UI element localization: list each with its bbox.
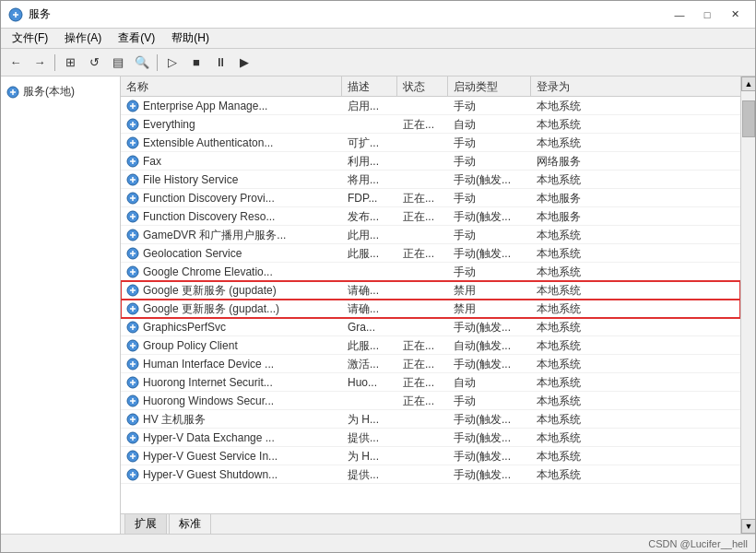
main-window: 服务 — □ ✕ 文件(F) 操作(A) 查看(V) 帮助(H) ← → ⊞ ↺… — [0, 0, 756, 553]
scroll-track[interactable] — [741, 91, 755, 519]
table-row[interactable]: Fax利用...手动网络服务 — [121, 152, 740, 171]
service-desc: 为 H... — [342, 410, 397, 429]
stop-button[interactable]: ■ — [185, 53, 207, 73]
service-status: 正在... — [397, 392, 448, 410]
menu-view[interactable]: 查看(V) — [111, 29, 162, 48]
pause-button[interactable]: ⏸ — [209, 53, 231, 73]
service-startup: 手动(触发... — [448, 318, 531, 336]
table-row[interactable]: Function Discovery Provi...FDP...正在...手动… — [121, 189, 740, 207]
service-desc: 提供... — [342, 465, 397, 484]
table-row[interactable]: HV 主机服务为 H...手动(触发...本地系统 — [121, 410, 740, 429]
service-login: 本地系统 — [531, 263, 605, 281]
table-row[interactable]: Human Interface Device ...激活...正在...手动(触… — [121, 355, 740, 373]
service-name: HV 主机服务 — [143, 412, 206, 428]
service-name: Geolocation Service — [143, 247, 242, 260]
service-icon — [126, 210, 139, 223]
service-name-cell: Huorong Internet Securit... — [121, 373, 342, 392]
service-login: 本地系统 — [531, 281, 605, 300]
service-startup: 禁用 — [448, 300, 531, 318]
service-startup: 手动(触发... — [448, 447, 531, 465]
tab-标准[interactable]: 标准 — [169, 513, 211, 534]
service-name: Hyper-V Guest Service In... — [143, 450, 278, 463]
tab-扩展[interactable]: 扩展 — [124, 513, 167, 534]
service-login: 本地系统 — [531, 97, 605, 115]
service-name-cell: GameDVR 和广播用户服务... — [121, 226, 342, 244]
scroll-down-button[interactable]: ▼ — [741, 519, 755, 534]
service-startup: 手动(触发... — [448, 465, 531, 484]
service-login: 本地系统 — [531, 465, 605, 484]
resume-button[interactable]: ▶ — [233, 53, 255, 73]
service-desc: 可扩... — [342, 134, 397, 152]
forward-button[interactable]: → — [29, 53, 51, 73]
table-row[interactable]: Extensible Authenticaton...可扩...手动本地系统 — [121, 134, 740, 152]
scroll-thumb[interactable] — [742, 100, 755, 137]
table-row[interactable]: File History Service将用...手动(触发...本地系统 — [121, 171, 740, 189]
start-button[interactable]: ▷ — [161, 53, 183, 73]
app-icon — [8, 7, 23, 22]
table-row[interactable]: Google 更新服务 (gupdat...)请确...禁用本地系统 — [121, 300, 740, 318]
service-login: 本地系统 — [531, 318, 605, 336]
service-status: 正在... — [397, 115, 448, 134]
service-desc: 请确... — [342, 300, 397, 318]
table-row[interactable]: Group Policy Client此服...正在...自动(触发...本地系… — [121, 336, 740, 355]
table-row[interactable]: Enterprise App Manage...启用...手动本地系统 — [121, 97, 740, 115]
service-desc: Gra... — [342, 318, 397, 336]
service-name: Google 更新服务 (gupdat...) — [143, 301, 279, 317]
table-row[interactable]: Function Discovery Reso...发布...正在...手动(触… — [121, 207, 740, 226]
service-name-cell: Function Discovery Reso... — [121, 207, 342, 226]
service-startup: 手动 — [448, 226, 531, 244]
table-row[interactable]: Google Chrome Elevatio...手动本地系统 — [121, 263, 740, 281]
service-login: 本地系统 — [531, 447, 605, 465]
menu-file[interactable]: 文件(F) — [5, 29, 55, 48]
service-name-cell: Group Policy Client — [121, 336, 342, 355]
service-login: 本地服务 — [531, 189, 605, 207]
service-icon — [126, 450, 139, 463]
col-header-status[interactable]: 状态 — [397, 76, 448, 97]
back-button[interactable]: ← — [5, 53, 27, 73]
service-status — [397, 318, 448, 336]
service-icon — [126, 229, 139, 241]
service-icon — [126, 413, 139, 426]
service-name-cell: Function Discovery Provi... — [121, 189, 342, 207]
service-name-cell: GraphicsPerfSvc — [121, 318, 342, 336]
sidebar-title[interactable]: 服务(本地) — [5, 80, 116, 103]
service-startup: 禁用 — [448, 281, 531, 300]
menu-help[interactable]: 帮助(H) — [164, 29, 217, 48]
service-desc: 激活... — [342, 355, 397, 373]
col-header-startup[interactable]: 启动类型 — [448, 76, 531, 97]
table-row[interactable]: Huorong Windows Secur...正在...手动本地系统 — [121, 392, 740, 410]
service-name-cell: Hyper-V Guest Shutdown... — [121, 465, 342, 484]
service-icon — [126, 118, 139, 131]
minimize-button[interactable]: — — [667, 6, 692, 24]
service-desc: 发布... — [342, 207, 397, 226]
table-row[interactable]: GameDVR 和广播用户服务...此用...手动本地系统 — [121, 226, 740, 244]
table-row[interactable]: GraphicsPerfSvcGra...手动(触发...本地系统 — [121, 318, 740, 336]
list-button[interactable]: ▤ — [107, 53, 129, 73]
service-login: 本地系统 — [531, 300, 605, 318]
refresh-button[interactable]: ↺ — [83, 53, 105, 73]
service-startup: 手动 — [448, 189, 531, 207]
content-area: 服务(本地) 名称 描述 状态 启动类型 登录为 Enterprise App … — [1, 76, 755, 534]
maximize-button[interactable]: □ — [694, 6, 720, 24]
table-row[interactable]: Huorong Internet Securit...Huo...正在...自动… — [121, 373, 740, 392]
table-row[interactable]: Google 更新服务 (gupdate)请确...禁用本地系统 — [121, 281, 740, 300]
table-row[interactable]: Hyper-V Data Exchange ...提供...手动(触发...本地… — [121, 429, 740, 447]
col-header-desc[interactable]: 描述 — [342, 76, 397, 97]
col-header-login[interactable]: 登录为 — [531, 76, 605, 97]
scroll-up-button[interactable]: ▲ — [741, 76, 755, 91]
service-desc: 为 H... — [342, 447, 397, 465]
search-button[interactable]: 🔍 — [131, 53, 153, 73]
col-header-name[interactable]: 名称 — [121, 76, 342, 97]
table-row[interactable]: Hyper-V Guest Shutdown...提供...手动(触发...本地… — [121, 465, 740, 484]
view-button[interactable]: ⊞ — [59, 53, 81, 73]
service-icon — [126, 100, 139, 112]
table-row[interactable]: Geolocation Service此服...正在...手动(触发...本地系… — [121, 244, 740, 263]
table-row[interactable]: Hyper-V Guest Service In...为 H...手动(触发..… — [121, 447, 740, 465]
service-status: 正在... — [397, 373, 448, 392]
toolbar-separator-1 — [54, 54, 55, 71]
table-row[interactable]: Everything正在...自动本地系统 — [121, 115, 740, 134]
service-desc: 请确... — [342, 281, 397, 300]
menu-action[interactable]: 操作(A) — [57, 29, 109, 48]
service-desc: FDP... — [342, 189, 397, 207]
close-button[interactable]: ✕ — [722, 6, 748, 24]
